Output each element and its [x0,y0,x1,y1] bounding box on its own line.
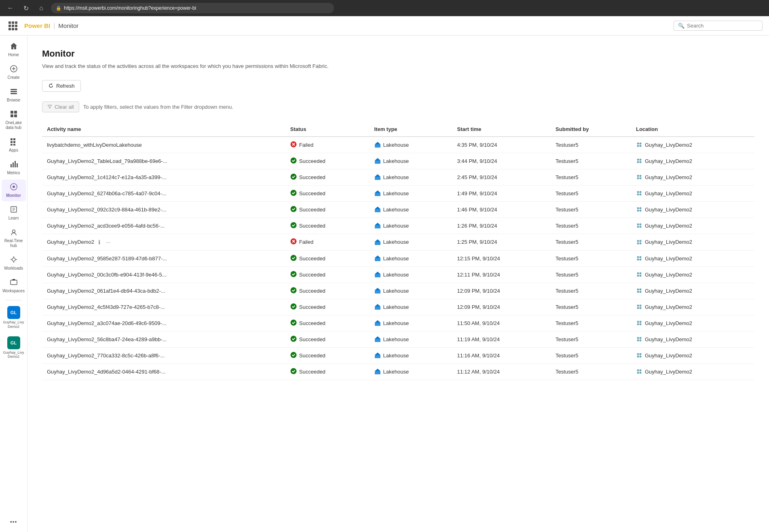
back-button[interactable]: ← [5,2,16,14]
status-text: Succeeded [299,369,325,375]
svg-point-120 [637,356,639,358]
sidebar-more-button[interactable]: ••• [2,516,26,528]
activity-name-text: Guyhay_LivyDemo2_092c32c9-884a-461b-89e2… [47,207,167,213]
start-time-cell: 11:16 AM, 9/10/24 [452,347,551,363]
activity-name-cell: Guyhay_LivyDemo2_4c5f43d9-727e-4265-b7c8… [42,299,285,315]
svg-point-35 [639,159,641,161]
workspace-avatar-2: GL [7,336,20,349]
sidebar-item-workspaces[interactable]: Workspaces [2,275,26,297]
item-type-cell: Lakehouse [370,234,452,250]
svg-rect-88 [375,290,380,293]
workspace-icon [636,141,642,148]
item-type-cell: Lakehouse [370,363,452,380]
svg-rect-25 [375,144,380,148]
sidebar-item-realtime[interactable]: Real-Time hub [2,225,26,251]
sidebar-item-home[interactable]: Home [2,39,26,61]
table-row: Guyhay_LivyDemo2_00c3c0fb-e904-413f-9e46… [42,266,754,283]
home-icon [10,42,18,51]
apps-icon [10,137,18,147]
status-text: Succeeded [299,336,325,342]
workspace-icon [636,271,642,278]
more-actions-icon[interactable]: ··· [104,238,112,246]
page-title: Monitor [42,49,754,59]
location-text: Guyhay_LivyDemo2 [645,158,692,164]
sidebar-item-metrics[interactable]: Metrics [2,157,26,179]
item-type-text: Lakehouse [383,142,409,148]
location-cell: Guyhay_LivyDemo2 [631,363,754,380]
location-text: Guyhay_LivyDemo2 [645,190,692,196]
waffle-menu-button[interactable] [6,19,19,32]
location-text: Guyhay_LivyDemo2 [645,207,692,213]
location-cell: Guyhay_LivyDemo2 [631,315,754,331]
table-row: Guyhay_LivyDemo2_092c32c9-884a-461b-89e2… [42,201,754,217]
svg-point-70 [639,240,641,242]
sidebar-item-apps[interactable]: Apps [2,134,26,156]
activity-name-cell: Guyhay_LivyDemo2_1c4124c7-e12a-4a35-a399… [42,169,285,185]
sidebar-item-monitor[interactable]: Monitor [2,179,26,201]
sidebar-item-workspace-2[interactable]: GL Guyhay_Livy Demo2 [2,333,26,363]
refresh-browser-button[interactable]: ↻ [20,2,32,14]
main-layout: Home Create Browse OneLake data hub Apps [0,36,769,532]
status-cell: Failed [285,137,370,153]
svg-point-94 [290,303,296,309]
svg-point-112 [639,337,641,339]
location-cell: Guyhay_LivyDemo2 [631,169,754,185]
lakehouse-icon [374,174,381,180]
svg-rect-32 [375,160,380,164]
svg-rect-10 [11,141,13,143]
table-row: Guyhay_LivyDemo2_TableLoad_79a988be-69e6… [42,153,754,169]
search-input[interactable] [687,23,758,29]
status-text: Succeeded [299,272,325,278]
location-text: Guyhay_LivyDemo2 [645,223,692,229]
activity-name-cell: Guyhay_LivyDemo2_092c32c9-884a-461b-89e2… [42,201,285,217]
address-bar[interactable]: 🔒 https://msit.powerbi.com/monitoringhub… [51,3,334,13]
breadcrumb-page-label[interactable]: Monitor [58,22,78,29]
location-text: Guyhay_LivyDemo2 [645,174,692,180]
status-cell: Succeeded [285,363,370,380]
location-cell: Guyhay_LivyDemo2 [631,266,754,283]
svg-rect-81 [375,274,380,277]
workspace-icon [636,158,642,164]
home-browser-button[interactable]: ⌂ [36,2,47,14]
sidebar-item-browse[interactable]: Browse [2,84,26,106]
clear-all-button[interactable]: Clear all [42,101,79,112]
svg-point-97 [637,305,639,307]
svg-point-76 [637,256,639,258]
activity-name-text: Guyhay_LivyDemo2_TableLoad_79a988be-69e6… [47,158,167,164]
start-time-cell: 12:09 PM, 9/10/24 [452,283,551,299]
start-time-cell: 12:11 PM, 9/10/24 [452,266,551,283]
svg-point-80 [290,271,296,277]
status-text: Succeeded [299,207,325,213]
workspace-icon [636,174,642,180]
sidebar-item-create[interactable]: Create [2,61,26,83]
lakehouse-icon [374,239,381,245]
start-time-cell: 11:50 AM, 9/10/24 [452,315,551,331]
item-type-text: Lakehouse [383,336,409,342]
brand-powerbi-label[interactable]: Power BI [24,22,50,29]
svg-point-108 [290,336,296,342]
location-cell: Guyhay_LivyDemo2 [631,201,754,217]
svg-point-101 [290,319,296,325]
sidebar-item-workspace-1[interactable]: GL Guyhay_Livy Demo2 [2,303,26,332]
location-cell: Guyhay_LivyDemo2 [631,234,754,250]
search-box[interactable]: 🔍 [674,21,763,31]
sidebar-item-workloads[interactable]: Workloads [2,252,26,274]
sidebar-item-onelake[interactable]: OneLake data hub [2,107,26,133]
item-type-cell: Lakehouse [370,266,452,283]
status-text: Succeeded [299,320,325,326]
start-time-cell: 2:45 PM, 9/10/24 [452,169,551,185]
info-icon[interactable]: ℹ [97,238,102,246]
location-text: Guyhay_LivyDemo2 [645,353,692,359]
sidebar-item-learn[interactable]: Learn [2,202,26,224]
start-time-cell: 12:15 PM, 9/10/24 [452,250,551,266]
onelake-icon [10,110,18,119]
svg-point-71 [637,242,639,244]
lakehouse-icon [374,368,381,375]
refresh-button[interactable]: Refresh [42,80,81,92]
status-icon [290,141,297,149]
submitted-by-cell: Testuser5 [551,217,631,234]
location-text: Guyhay_LivyDemo2 [645,304,692,310]
status-icon [290,319,297,327]
location-cell: Guyhay_LivyDemo2 [631,153,754,169]
filter-icon [47,104,52,109]
